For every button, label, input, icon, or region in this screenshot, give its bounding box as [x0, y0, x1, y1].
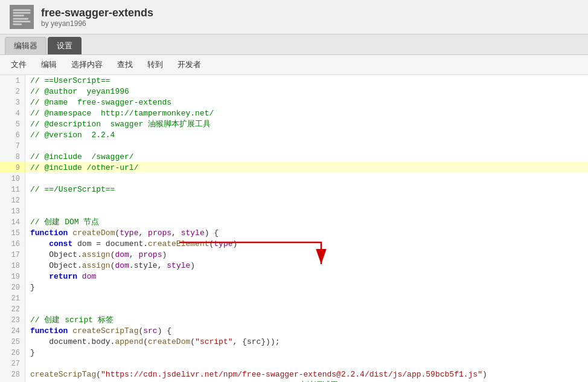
line-num: 14	[0, 216, 25, 227]
code-line	[25, 206, 588, 216]
code-line	[25, 140, 588, 151]
menu-dev[interactable]: 开发者	[171, 57, 207, 72]
svg-rect-1	[13, 9, 31, 11]
line-num: 27	[0, 358, 25, 369]
line-num: 9	[0, 162, 25, 173]
line-num: 29	[0, 380, 25, 382]
code-line: // createScripTag("http://localhost:8888…	[25, 380, 588, 382]
code-line: // @name free-swagger-extends	[25, 97, 588, 108]
tab-bar: 编辑器 设置	[0, 34, 588, 55]
line-num: 1	[0, 75, 25, 86]
code-line: return dom	[25, 271, 588, 282]
editor-wrapper: 1234567891011121314151617181920212223242…	[0, 75, 588, 382]
code-line: // @description swagger 油猴脚本扩展工具	[25, 118, 588, 129]
line-num: 2	[0, 86, 25, 97]
menu-find[interactable]: 查找	[111, 57, 139, 72]
code-line: // @namespace http://tampermonkey.net/	[25, 108, 588, 118]
app-logo	[10, 5, 34, 29]
editor-area[interactable]: 1234567891011121314151617181920212223242…	[0, 75, 588, 382]
line-num: 21	[0, 293, 25, 303]
line-num: 4	[0, 108, 25, 118]
code-line: Object.assign(dom, props)	[25, 249, 588, 260]
menu-edit[interactable]: 编辑	[35, 57, 63, 72]
code-line: }	[25, 347, 588, 358]
line-num: 18	[0, 260, 25, 271]
line-num: 25	[0, 336, 25, 347]
code-line: // @include /swagger/	[25, 151, 588, 162]
line-num: 5	[0, 118, 25, 129]
line-num: 20	[0, 282, 25, 293]
code-line: function createDom(type, props, style) {	[25, 227, 588, 238]
line-num: 11	[0, 184, 25, 195]
menu-bar: 文件 编辑 选择内容 查找 转到 开发者	[0, 55, 588, 75]
code-line: document.body.append(createDom("script",…	[25, 336, 588, 347]
svg-rect-3	[13, 15, 24, 16]
line-num: 6	[0, 129, 25, 140]
line-num: 15	[0, 227, 25, 238]
logo-icon	[11, 6, 33, 28]
app-container: free-swagger-extends by yeyan1996 编辑器 设置…	[0, 0, 588, 382]
line-num: 17	[0, 249, 25, 260]
code-line: // @author yeyan1996	[25, 86, 588, 97]
app-title: free-swagger-extends	[41, 7, 153, 19]
line-num: 8	[0, 151, 25, 162]
code-line: // @version 2.2.4	[25, 129, 588, 140]
line-num: 10	[0, 173, 25, 184]
header: free-swagger-extends by yeyan1996	[0, 0, 588, 34]
line-num: 7	[0, 140, 25, 151]
line-num: 19	[0, 271, 25, 282]
tab-editor[interactable]: 编辑器	[5, 37, 46, 54]
line-num: 26	[0, 347, 25, 358]
line-numbers: 1234567891011121314151617181920212223242…	[0, 75, 25, 382]
code-line	[25, 358, 588, 369]
code-line: Object.assign(dom.style, style)	[25, 260, 588, 271]
code-line: const dom = document.createElement(type)	[25, 238, 588, 249]
code-line: // ==/UserScript==	[25, 184, 588, 195]
svg-rect-6	[13, 24, 22, 25]
code-content[interactable]: // ==UserScript==// @author yeyan1996// …	[25, 75, 588, 382]
tab-settings[interactable]: 设置	[48, 37, 81, 54]
line-num: 3	[0, 97, 25, 108]
menu-select[interactable]: 选择内容	[65, 57, 109, 72]
header-title-block: free-swagger-extends by yeyan1996	[41, 7, 153, 28]
code-line: // 创建 DOM 节点	[25, 216, 588, 227]
line-num: 13	[0, 206, 25, 216]
code-line: }	[25, 282, 588, 293]
menu-file[interactable]: 文件	[5, 57, 33, 72]
code-line: // ==UserScript==	[25, 75, 588, 86]
line-num: 22	[0, 303, 25, 314]
code-line: // 创建 script 标签	[25, 314, 588, 325]
line-num: 28	[0, 369, 25, 380]
app-subtitle: by yeyan1996	[41, 19, 153, 28]
code-line	[25, 293, 588, 303]
line-num: 23	[0, 314, 25, 325]
line-num: 12	[0, 195, 25, 206]
svg-rect-2	[13, 12, 31, 14]
code-line: // @include /other-url/	[25, 162, 588, 173]
code-line	[25, 303, 588, 314]
line-num: 16	[0, 238, 25, 249]
code-line	[25, 173, 588, 184]
code-line: createScripTag("https://cdn.jsdelivr.net…	[25, 369, 588, 380]
svg-rect-4	[13, 18, 28, 20]
code-line	[25, 195, 588, 206]
code-line: function createScripTag(src) {	[25, 325, 588, 336]
svg-rect-5	[13, 21, 31, 22]
line-num: 24	[0, 325, 25, 336]
menu-goto[interactable]: 转到	[141, 57, 169, 72]
